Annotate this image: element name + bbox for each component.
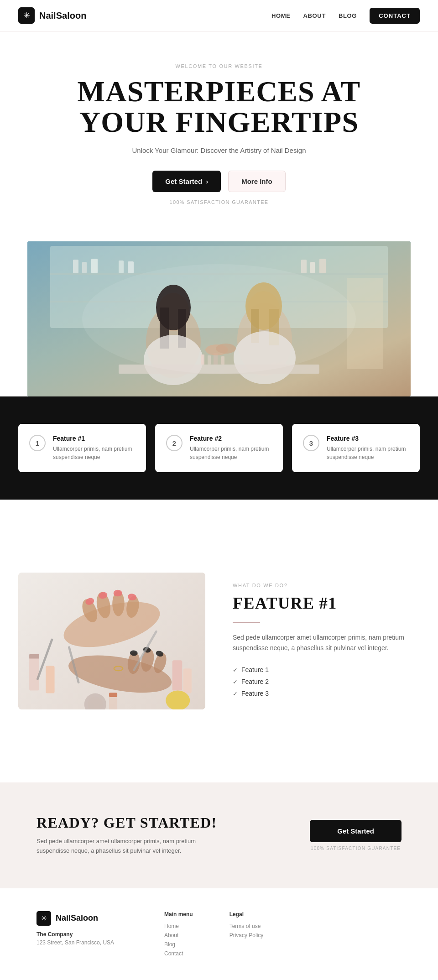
svg-rect-6 xyxy=(82,262,87,273)
footer-address: 123 Street, San Francisco, USA xyxy=(36,939,128,946)
features-grid: 1 Feature #1 Ullamcorper primis, nam pre… xyxy=(18,424,420,472)
footer-link-home[interactable]: Home xyxy=(164,923,193,929)
feature-content-3: Feature #3 Ullamcorper primis, nam preti… xyxy=(327,435,409,461)
footer-link-terms[interactable]: Terms of use xyxy=(229,923,264,929)
svg-point-60 xyxy=(166,691,190,709)
hero-section: WELCOME TO OUR WEBSITE MASTERPIECES AT Y… xyxy=(0,31,438,223)
get-started-button[interactable]: Get Started › xyxy=(152,171,221,192)
what-text: WHAT DO WE DO? FEATURE #1 Sed pede ullam… xyxy=(233,583,420,699)
feature-card-2: 2 Feature #2 Ullamcorper primis, nam pre… xyxy=(155,424,283,472)
nav-home[interactable]: HOME xyxy=(271,12,291,19)
cta-guarantee: 100% SATISFACTION GUARANTEE xyxy=(311,846,401,851)
footer-main-menu-title: Main menu xyxy=(164,911,193,917)
what-label: WHAT DO WE DO? xyxy=(233,583,420,588)
what-title: FEATURE #1 xyxy=(233,594,420,613)
feature-number-3: 3 xyxy=(303,435,319,451)
footer-legal: Legal Terms of use Privacy Policy xyxy=(229,911,264,959)
svg-rect-35 xyxy=(29,658,39,691)
svg-rect-11 xyxy=(310,262,315,273)
feature-title-1: Feature #1 xyxy=(53,435,135,442)
hero-guarantee: 100% SATISFACTION GUARANTEE xyxy=(18,199,420,205)
footer-top: ✳ NailSaloon The Company 123 Street, San… xyxy=(36,911,402,959)
footer-company: The Company xyxy=(36,931,128,938)
svg-rect-38 xyxy=(172,661,182,691)
what-description: Sed pede ullamcorper amet ullamcorper pr… xyxy=(233,632,420,653)
hero-subtitle: Unlock Your Glamour: Discover the Artist… xyxy=(18,146,420,154)
logo-text: NailSaloon xyxy=(39,10,86,21)
svg-point-47 xyxy=(114,590,122,596)
svg-rect-36 xyxy=(29,654,39,659)
logo-icon: ✳ xyxy=(18,7,35,24)
cta-section: READY? GET STARTED! Sed pede ullamcorper… xyxy=(0,782,438,888)
hero-image-wrapper xyxy=(14,241,424,396)
hero-image xyxy=(27,241,411,396)
feature-number-2: 2 xyxy=(166,435,182,451)
check-icon-2: ✓ xyxy=(233,678,238,685)
nav-contact-button[interactable]: CONTACT xyxy=(370,8,420,24)
footer-logo: ✳ NailSaloon xyxy=(36,911,128,926)
cta-left: READY? GET STARTED! Sed pede ullamcorper… xyxy=(36,814,219,856)
feature-content-1: Feature #1 Ullamcorper primis, nam preti… xyxy=(53,435,135,461)
footer-link-about[interactable]: About xyxy=(164,932,193,938)
hero-img-decoration xyxy=(27,241,411,396)
hero-welcome: WELCOME TO OUR WEBSITE xyxy=(18,63,420,69)
what-img-decoration xyxy=(18,573,205,709)
footer-legal-title: Legal xyxy=(229,911,264,917)
nav-links: HOME ABOUT BLOG CONTACT xyxy=(271,8,420,24)
what-list-item-3: ✓ Feature 3 xyxy=(233,688,420,699)
cta-right: Get Started 100% SATISFACTION GUARANTEE xyxy=(310,820,402,851)
svg-point-56 xyxy=(114,667,123,671)
check-icon-1: ✓ xyxy=(233,667,238,673)
nav-about[interactable]: ABOUT xyxy=(303,12,326,19)
feature-title-3: Feature #3 xyxy=(327,435,409,442)
svg-rect-8 xyxy=(119,261,124,273)
feature-desc-2: Ullamcorper primis, nam pretium suspendi… xyxy=(190,445,272,461)
footer-bottom: Copyright ©2024 The Company. All Rights … xyxy=(36,978,402,980)
hero-buttons: Get Started › More Info xyxy=(18,171,420,192)
footer: ✳ NailSaloon The Company 123 Street, San… xyxy=(0,888,438,980)
svg-rect-63 xyxy=(109,696,117,709)
feature-content-2: Feature #2 Ullamcorper primis, nam preti… xyxy=(190,435,272,461)
features-section: 1 Feature #1 Ullamcorper primis, nam pre… xyxy=(0,396,438,500)
logo[interactable]: ✳ NailSaloon xyxy=(18,7,86,24)
svg-rect-5 xyxy=(73,260,78,273)
svg-rect-7 xyxy=(91,259,98,273)
more-info-button[interactable]: More Info xyxy=(228,171,286,192)
cta-title: READY? GET STARTED! xyxy=(36,814,219,831)
what-list-item-1: ✓ Feature 1 xyxy=(233,664,420,676)
svg-point-33 xyxy=(82,264,356,374)
footer-link-contact[interactable]: Contact xyxy=(164,950,193,957)
footer-logo-text: NailSaloon xyxy=(56,913,98,923)
feature-desc-1: Ullamcorper primis, nam pretium suspendi… xyxy=(53,445,135,461)
footer-main-menu: Main menu Home About Blog Contact xyxy=(164,911,193,959)
what-list: ✓ Feature 1 ✓ Feature 2 ✓ Feature 3 xyxy=(233,664,420,699)
feature-title-2: Feature #2 xyxy=(190,435,272,442)
svg-rect-37 xyxy=(46,666,54,693)
cta-description: Sed pede ullamcorper amet ullamcorper pr… xyxy=(36,837,219,856)
footer-logo-icon: ✳ xyxy=(36,911,51,926)
feature-desc-3: Ullamcorper primis, nam pretium suspendi… xyxy=(327,445,409,461)
check-icon-3: ✓ xyxy=(233,690,238,697)
svg-rect-12 xyxy=(319,259,326,273)
navbar: ✳ NailSaloon HOME ABOUT BLOG CONTACT xyxy=(0,0,438,31)
footer-link-privacy[interactable]: Privacy Policy xyxy=(229,932,264,938)
footer-brand: ✳ NailSaloon The Company 123 Street, San… xyxy=(36,911,128,959)
what-section: WHAT DO WE DO? FEATURE #1 Sed pede ullam… xyxy=(0,500,438,782)
feature-card-1: 1 Feature #1 Ullamcorper primis, nam pre… xyxy=(18,424,146,472)
what-divider xyxy=(233,622,260,623)
nav-blog[interactable]: BLOG xyxy=(339,12,357,19)
footer-link-blog[interactable]: Blog xyxy=(164,941,193,948)
what-list-item-2: ✓ Feature 2 xyxy=(233,676,420,688)
hero-title: MASTERPIECES AT YOUR FINGERTIPS xyxy=(18,76,420,137)
feature-number-1: 1 xyxy=(29,435,46,451)
what-content: WHAT DO WE DO? FEATURE #1 Sed pede ullam… xyxy=(18,573,420,709)
svg-rect-9 xyxy=(128,261,134,273)
svg-rect-39 xyxy=(183,669,192,693)
what-image xyxy=(18,573,205,709)
svg-rect-64 xyxy=(109,693,117,698)
feature-card-3: 3 Feature #3 Ullamcorper primis, nam pre… xyxy=(292,424,420,472)
svg-rect-10 xyxy=(301,260,307,273)
cta-get-started-button[interactable]: Get Started xyxy=(310,820,402,842)
